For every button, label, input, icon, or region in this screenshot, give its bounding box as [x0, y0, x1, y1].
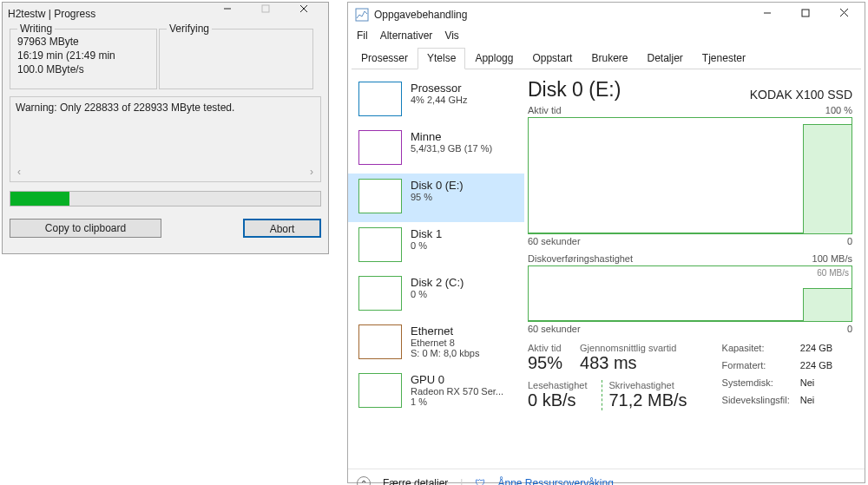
chart2-bottomleft: 60 sekunder [528, 324, 581, 334]
footer: ⌃ Færre detaljer | 🛡 Åpne Ressursovervåk… [348, 469, 865, 485]
maximize-button[interactable] [786, 3, 825, 27]
scroll-left-icon[interactable]: ‹ [12, 166, 26, 180]
writing-legend: Writing [17, 23, 55, 35]
titlebar[interactable]: Oppgavebehandling [348, 3, 865, 27]
cap-val: 224 GB [800, 360, 832, 376]
close-button[interactable] [825, 3, 863, 27]
sidebar-item-sub: 1 % [411, 397, 503, 407]
svg-rect-1 [262, 5, 269, 12]
disk-thumb-icon [358, 227, 402, 262]
sidebar-item-sub: 0 % [411, 289, 464, 299]
abort-button[interactable]: Abort [243, 219, 321, 238]
tab-details[interactable]: Detaljer [638, 48, 693, 69]
maximize-button [247, 4, 285, 23]
chart1-topright: 100 % [825, 105, 852, 115]
task-manager-window: Oppgavebehandling Fil Alternativer Vis P… [347, 2, 865, 483]
sidebar-item-sub: S: 0 M: 8,0 kbps [411, 348, 479, 358]
sidebar-item-disk0[interactable]: Disk 0 (E:) 95 % [348, 174, 524, 222]
stat-write-value: 71,2 MB/s [609, 390, 687, 410]
sidebar-item-disk2[interactable]: Disk 2 (C:) 0 % [348, 271, 524, 319]
stat-active-label: Aktiv tid [528, 343, 562, 353]
capacity-grid: Kapasitet:224 GB Formatert:224 GB System… [722, 343, 833, 410]
writing-group: Writing 97963 MByte 16:19 min (21:49 min… [10, 29, 157, 89]
sidebar-item-label: GPU 0 [411, 373, 503, 386]
sidebar-item-gpu[interactable]: GPU 0 Radeon RX 570 Ser... 1 % [348, 368, 524, 416]
transfer-rate-chart[interactable]: 60 MB/s [528, 265, 852, 322]
minimize-button[interactable] [748, 3, 786, 27]
cap-val: Nei [800, 395, 832, 410]
copy-to-clipboard-button[interactable]: Copy to clipboard [10, 219, 161, 238]
verifying-legend: Verifying [167, 23, 212, 35]
disk-thumb-icon [358, 276, 402, 311]
chart2-topright: 100 MB/s [812, 253, 852, 264]
writing-size: 97963 MByte [17, 35, 149, 49]
cap-key: Kapasitet: [722, 343, 790, 358]
sidebar-item-label: Prosessor [411, 82, 467, 95]
chevron-up-icon[interactable]: ⌃ [357, 476, 371, 485]
sidebar-item-sub: Ethernet 8 [411, 338, 479, 348]
tab-users[interactable]: Brukere [582, 48, 637, 69]
window-title: H2testw | Progress [8, 8, 208, 20]
chart2-ref-label: 60 MB/s [817, 268, 849, 278]
progress-fill [10, 192, 69, 206]
task-manager-icon [355, 8, 369, 22]
memory-thumb-icon [358, 130, 402, 165]
menu-view[interactable]: Vis [444, 29, 458, 42]
stat-resp-label: Gjennomsnittlig svartid [580, 343, 676, 353]
tab-startup[interactable]: Oppstart [523, 48, 582, 69]
sidebar: Prosessor 4% 2,44 GHz Minne 5,4/31,9 GB … [348, 69, 524, 469]
chart1-bottomleft: 60 sekunder [528, 236, 581, 246]
fewer-details-link[interactable]: Færre detaljer [383, 477, 448, 485]
sidebar-item-ethernet[interactable]: Ethernet Ethernet 8 S: 0 M: 8,0 kbps [348, 319, 524, 368]
sidebar-item-sub: 95 % [411, 192, 464, 202]
tab-strip: Prosesser Ytelse Applogg Oppstart Bruker… [352, 47, 861, 69]
tab-processes[interactable]: Prosesser [352, 48, 418, 69]
menu-file[interactable]: Fil [357, 29, 368, 42]
disk-heading: Disk 0 (E:) [528, 78, 621, 102]
minimize-button[interactable] [208, 4, 247, 23]
sidebar-item-sub: Radeon RX 570 Ser... [411, 386, 503, 397]
verifying-group: Verifying [159, 29, 313, 89]
chart2-title: Diskoverføringshastighet [528, 253, 633, 264]
sidebar-item-label: Ethernet [411, 324, 479, 338]
gpu-thumb-icon [358, 373, 402, 408]
chart1-bottomright: 0 [847, 236, 852, 246]
sidebar-item-memory[interactable]: Minne 5,4/31,9 GB (17 %) [348, 125, 524, 174]
tab-services[interactable]: Tjenester [693, 48, 755, 69]
chart1-topleft: Aktiv tid [528, 105, 562, 115]
log-panel: Warning: Only 228833 of 228933 MByte tes… [10, 96, 321, 182]
cpu-thumb-icon [358, 82, 402, 116]
tab-performance[interactable]: Ytelse [418, 48, 465, 69]
cap-val: Nei [800, 377, 832, 393]
progress-bar [10, 191, 321, 206]
sidebar-item-disk1[interactable]: Disk 1 0 % [348, 222, 524, 271]
sidebar-item-label: Disk 2 (C:) [411, 276, 464, 289]
stat-write-label: Skrivehastighet [609, 380, 687, 390]
stat-active-value: 95% [528, 353, 562, 373]
scroll-right-icon[interactable]: › [305, 166, 319, 180]
disk-thumb-icon [358, 179, 402, 213]
open-resource-monitor-link[interactable]: Åpne Ressursovervåking [497, 477, 613, 485]
stat-read-label: Lesehastighet [528, 380, 588, 390]
menu-options[interactable]: Alternativer [380, 29, 433, 42]
cap-key: Systemdisk: [722, 377, 790, 393]
cap-val: 224 GB [800, 343, 832, 358]
cap-key: Formatert: [722, 360, 790, 376]
active-time-chart[interactable] [528, 117, 852, 234]
main-panel: Disk 0 (E:) KODAK X100 SSD Aktiv tid 100… [524, 69, 865, 469]
sidebar-item-cpu[interactable]: Prosessor 4% 2,44 GHz [348, 76, 524, 125]
sidebar-item-sub: 5,4/31,9 GB (17 %) [411, 143, 492, 154]
svg-rect-6 [802, 10, 809, 16]
svg-rect-4 [356, 9, 368, 21]
tab-app-history[interactable]: Applogg [465, 48, 523, 69]
menu-bar: Fil Alternativer Vis [348, 27, 865, 47]
close-button[interactable] [285, 4, 323, 23]
sidebar-item-label: Disk 0 (E:) [411, 179, 464, 192]
h2testw-window: H2testw | Progress Writing 97963 MByte 1… [2, 2, 329, 254]
sidebar-item-label: Minne [411, 130, 492, 143]
cap-key: Sidevekslingsfil: [722, 395, 790, 410]
sidebar-item-sub: 4% 2,44 GHz [411, 95, 467, 105]
writing-time: 16:19 min (21:49 min [17, 49, 149, 62]
warning-text: Warning: Only 228833 of 228933 MByte tes… [16, 102, 315, 114]
sidebar-item-label: Disk 1 [411, 227, 442, 240]
